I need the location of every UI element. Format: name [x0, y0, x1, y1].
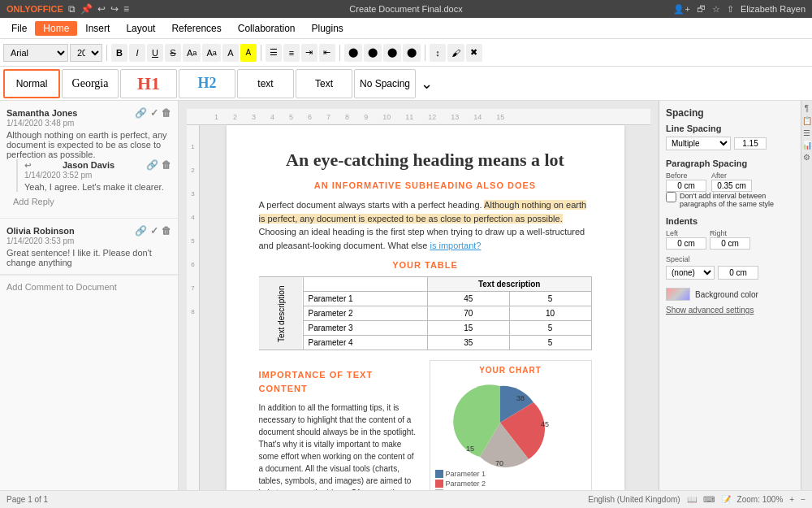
styles-more[interactable]: ⌄	[417, 75, 436, 93]
reply-delete-icon[interactable]: 🗑	[162, 159, 171, 171]
side-tab-3[interactable]: ☰	[803, 128, 810, 137]
bold-button[interactable]: B	[111, 44, 127, 62]
font-selector[interactable]: Arial	[3, 44, 68, 62]
add-comment-btn[interactable]: Add Comment to Document	[0, 275, 178, 298]
document-area[interactable]: 123456789101112131415 1 2 3 4 5 6 7 8 An…	[179, 101, 659, 490]
chart-text-left: IMPORTANCE OF TEXT CONTENT In addition t…	[259, 360, 420, 490]
table-val2-2: 10	[509, 306, 591, 321]
outdent-button[interactable]: ⇤	[319, 44, 335, 62]
menu-file[interactable]: File	[3, 21, 35, 36]
share2-icon[interactable]: ⇧	[727, 4, 734, 15]
spelling-icon[interactable]: 📖	[687, 495, 697, 504]
align-center-button[interactable]: ⬤	[364, 44, 382, 62]
left-value[interactable]	[666, 237, 706, 250]
before-value[interactable]	[666, 180, 706, 192]
menu-layout[interactable]: Layout	[118, 21, 163, 36]
menu-references[interactable]: References	[163, 21, 229, 36]
line-spacing-type[interactable]: Multiple	[666, 137, 731, 150]
justify-button[interactable]: ⬤	[403, 44, 421, 62]
line-spacing-value[interactable]	[734, 137, 767, 150]
star-icon[interactable]: ☆	[712, 4, 720, 15]
after-subitem: After	[711, 172, 752, 192]
table-row-3: Parameter 3 15 5	[259, 321, 591, 336]
zoom-in-icon[interactable]: +	[789, 495, 794, 504]
page-info: Page 1 of 1	[6, 495, 48, 504]
dont-add-interval-checkbox[interactable]	[666, 192, 676, 202]
style-nospacing[interactable]: No Spacing	[354, 69, 416, 98]
menu-collaboration[interactable]: Collaboration	[230, 21, 304, 36]
svg-text:15: 15	[466, 445, 474, 453]
line-spacing-button[interactable]: ↕	[430, 44, 446, 62]
restore-icon[interactable]: ⧉	[68, 3, 76, 15]
table-param-3: Parameter 3	[303, 321, 427, 336]
side-tab-2[interactable]: 📋	[802, 116, 812, 125]
after-input-group	[711, 180, 752, 192]
special-type[interactable]: (none)	[666, 266, 715, 280]
table-title: YOUR TABLE	[259, 260, 592, 270]
language-info: English (United Kingdom)	[588, 495, 680, 504]
font-color-button[interactable]: A	[222, 44, 239, 62]
style-normal[interactable]: Normal	[3, 69, 60, 98]
right-value[interactable]	[710, 237, 750, 250]
comment-delete-icon[interactable]: 🗑	[162, 107, 171, 119]
side-tab-4[interactable]: 📊	[802, 141, 812, 150]
comment-check-icon[interactable]: ✓	[150, 107, 158, 119]
color-swatch[interactable]	[666, 288, 690, 301]
subscript-button[interactable]: Aa	[202, 44, 220, 62]
reply-link-icon[interactable]: 🔗	[146, 159, 158, 171]
customize-icon[interactable]: ≡	[123, 3, 129, 15]
accessibility-icon[interactable]: ⌨	[703, 495, 715, 504]
legend-1: Parameter 1	[435, 470, 586, 478]
align-left-button[interactable]: ⬤	[344, 44, 362, 62]
style-text2[interactable]: Text	[296, 69, 352, 98]
legend-dot-2	[435, 480, 443, 488]
pin-icon[interactable]: 📌	[80, 3, 93, 15]
comment2-link-icon[interactable]: 🔗	[135, 225, 147, 237]
menu-home[interactable]: Home	[35, 21, 77, 36]
ordered-list-button[interactable]: ≡	[283, 44, 300, 62]
comment2-check-icon[interactable]: ✓	[150, 225, 158, 237]
style-georgia[interactable]: Georgia	[62, 69, 119, 98]
document-page[interactable]: An eye-catching heading means a lot AN I…	[227, 125, 624, 490]
track-changes-icon[interactable]: 📝	[721, 495, 731, 504]
side-tab-5[interactable]: ⚙	[803, 153, 810, 162]
list-button[interactable]: ☰	[266, 44, 282, 62]
superscript-button[interactable]: Aa	[183, 44, 201, 62]
highlighted-text: Although nothing on earth is perfect, an…	[259, 200, 587, 224]
indent-button[interactable]: ⇥	[301, 44, 317, 62]
main-area: Samantha Jones 🔗 ✓ 🗑 1/14/2020 3:48 pm A…	[0, 101, 812, 490]
strikethrough-button[interactable]: S	[165, 44, 181, 62]
align-right-button[interactable]: ⬤	[383, 44, 401, 62]
add-reply-btn[interactable]: Add Reply	[6, 192, 171, 211]
comment2-delete-icon[interactable]: 🗑	[162, 225, 171, 237]
bg-color-row: Background color	[666, 288, 794, 301]
share-icon[interactable]: 👤+	[673, 4, 689, 15]
highlight-button[interactable]: A	[240, 44, 257, 62]
side-tab-1[interactable]: ¶	[805, 104, 809, 113]
doc-link[interactable]: is important?	[430, 241, 481, 250]
after-value[interactable]	[711, 180, 752, 192]
right-panel: Spacing Line Spacing Multiple Paragraph …	[659, 101, 801, 490]
chart-legend: Parameter 1 Parameter 2 Parameter 3	[435, 470, 586, 490]
undo-icon[interactable]: ↩	[97, 3, 106, 15]
style-h1[interactable]: H1	[120, 69, 177, 98]
italic-button[interactable]: I	[129, 44, 145, 62]
clear-format-button[interactable]: ✖	[466, 44, 482, 62]
table-param-1: Parameter 1	[303, 292, 427, 306]
comment-link-icon[interactable]: 🔗	[135, 107, 147, 119]
menu-plugins[interactable]: Plugins	[304, 21, 352, 36]
indents-label: Indents	[666, 216, 794, 226]
style-h2[interactable]: H2	[179, 69, 235, 98]
line-spacing-section: Line Spacing Multiple	[666, 124, 794, 150]
advanced-link[interactable]: Show advanced settings	[666, 306, 794, 315]
redo-icon[interactable]: ↪	[110, 3, 119, 15]
copy-format-button[interactable]: 🖌	[447, 44, 464, 62]
style-text[interactable]: text	[237, 69, 294, 98]
underline-button[interactable]: U	[147, 44, 163, 62]
special-value[interactable]	[718, 266, 758, 280]
window-icon[interactable]: 🗗	[697, 4, 706, 14]
font-size-selector[interactable]: 20	[70, 44, 102, 62]
reply-author: Jason Davis	[63, 160, 114, 170]
menu-insert[interactable]: Insert	[77, 21, 118, 36]
zoom-out-icon[interactable]: −	[801, 495, 806, 504]
